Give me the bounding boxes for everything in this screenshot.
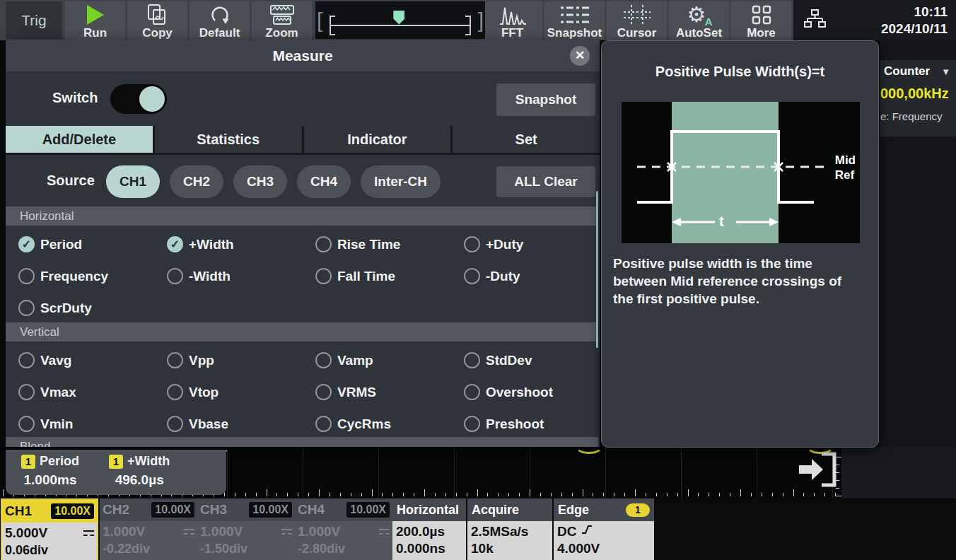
- tab-indicator[interactable]: Indicator: [304, 126, 453, 153]
- measure-switch-toggle[interactable]: [110, 84, 167, 114]
- measurement-option-duty[interactable]: -Duty: [464, 268, 585, 284]
- measurement-option-overshoot[interactable]: Overshoot: [464, 384, 585, 400]
- ruler-tick: [762, 493, 762, 496]
- measurement-option-stddev[interactable]: StdDev: [464, 352, 585, 368]
- toggle-knob: [139, 86, 165, 112]
- snapshot-button[interactable]: Snapshot: [496, 83, 595, 116]
- all-clear-button[interactable]: ALL Clear: [496, 166, 595, 197]
- toolbar-button-fft[interactable]: FFT: [482, 1, 542, 40]
- cursor-icon: [622, 3, 652, 26]
- measurement-results-panel: 1Period1.000ms1+Width496.0µs: [6, 450, 226, 495]
- measurement-grid-vertical: VavgVppVampStdDevVmaxVtopVRMSOvershootVm…: [18, 344, 585, 440]
- grid-line: [227, 447, 228, 498]
- measurement-option-scrduty[interactable]: ScrDuty: [18, 300, 167, 316]
- ruler-tick: [245, 493, 246, 496]
- counter-collapse-caret[interactable]: ▼: [941, 66, 950, 77]
- measurement-option-label: Vamp: [337, 353, 373, 368]
- ruler-tick: [340, 493, 341, 496]
- measurement-option-period[interactable]: ✓Period: [18, 236, 167, 252]
- section-header-horizontal: Horizontal: [6, 206, 598, 226]
- ruler-tick: [414, 493, 414, 496]
- trigger-position-marker[interactable]: [393, 11, 404, 25]
- channel-box-ch4[interactable]: CH410.00X1.000V-2.80div: [295, 498, 392, 560]
- ruler-tick: [688, 489, 689, 496]
- horizontal-status-box[interactable]: Horizontal 200.0µs 0.000ns: [392, 498, 466, 560]
- measurement-option-vavg[interactable]: Vavg: [18, 352, 167, 368]
- measurement-option-label: Preshoot: [486, 416, 544, 432]
- ruler-tick: [467, 493, 467, 496]
- tab-statistics[interactable]: Statistics: [155, 126, 304, 153]
- snapshot-icon: [559, 3, 590, 26]
- measurement-option-width[interactable]: ✓+Width: [167, 236, 315, 252]
- toolbar-button-zoom[interactable]: Zoom: [252, 1, 312, 40]
- switch-row: Switch Snapshot: [6, 71, 600, 127]
- ruler-tick: [287, 493, 288, 496]
- unchecked-radio-icon: [464, 384, 480, 400]
- toolbar-button-more[interactable]: More: [731, 1, 791, 40]
- toolbar-button-cursor[interactable]: Cursor: [607, 1, 667, 40]
- measurement-option-preshoot[interactable]: Preshoot: [464, 416, 585, 432]
- acquire-status-box[interactable]: Acquire 2.5MSa/s 10k: [467, 498, 552, 560]
- ruler-tick: [487, 493, 488, 496]
- channel-box-ch3[interactable]: CH310.00X1.000V-1.50div: [197, 498, 295, 560]
- measurement-option-frequency[interactable]: Frequency: [18, 268, 167, 284]
- network-icon[interactable]: [803, 8, 826, 33]
- help-title: Positive Pulse Width(s)=t: [602, 64, 878, 80]
- result-period[interactable]: 1Period1.000ms: [21, 454, 79, 495]
- timeline-right-end: [465, 16, 471, 35]
- tab-add-delete[interactable]: Add/Delete: [6, 126, 155, 153]
- ruler-tick: [551, 493, 552, 496]
- measurement-option-width[interactable]: -Width: [167, 268, 315, 284]
- right-sidebar: Counter ▼ 000,00kHz e: Frequency: [880, 40, 956, 447]
- more-icon: [751, 3, 772, 26]
- toolbar-button-default[interactable]: Default: [190, 1, 250, 40]
- measurement-option-vamp[interactable]: Vamp: [315, 352, 464, 368]
- channel-box-ch2[interactable]: CH210.00X1.000V-0.22div: [100, 498, 197, 560]
- source-pill-ch4[interactable]: CH4: [297, 165, 351, 198]
- ruler-tick: [445, 493, 446, 496]
- toolbar-button-run[interactable]: Run: [65, 1, 125, 40]
- measurement-option-rise-time[interactable]: Rise Time: [315, 236, 464, 252]
- clock-box: 10:11 2024/10/11: [793, 0, 956, 40]
- toolbar-button-snapshot[interactable]: Snapshot: [544, 1, 605, 40]
- measurement-option-vpp[interactable]: Vpp: [167, 352, 315, 368]
- unchecked-radio-icon: [464, 416, 480, 432]
- source-pill-ch3[interactable]: CH3: [233, 165, 287, 198]
- ruler-tick: [256, 493, 257, 496]
- measurement-option-fall-time[interactable]: Fall Time: [315, 268, 464, 284]
- t-label: t: [719, 214, 724, 230]
- close-icon[interactable]: ✕: [570, 46, 590, 66]
- measurement-option-vmin[interactable]: Vmin: [18, 416, 167, 432]
- unchecked-radio-icon: [464, 268, 480, 284]
- channel-scale: 1.000V: [103, 523, 145, 540]
- channel-box-ch1[interactable]: CH110.00X5.000V0.06div: [1, 498, 98, 560]
- channel-name: CH3: [200, 502, 227, 518]
- tab-set[interactable]: Set: [453, 126, 600, 153]
- ruler-tick: [361, 493, 362, 496]
- autoset-icon: ⚙A: [687, 3, 711, 26]
- source-pill-ch1[interactable]: CH1: [106, 165, 160, 198]
- measurement-option-cycrms[interactable]: CycRms: [315, 416, 464, 432]
- measurement-option-vrms[interactable]: VRMS: [315, 384, 464, 400]
- source-pill-ch2[interactable]: CH2: [170, 165, 223, 198]
- measurement-option-vbase[interactable]: Vbase: [167, 416, 315, 432]
- dialog-titlebar[interactable]: Measure ✕: [6, 40, 600, 71]
- dialog-scrollbar[interactable]: [596, 191, 598, 348]
- measurement-option-duty[interactable]: +Duty: [464, 236, 585, 252]
- unchecked-radio-icon: [18, 268, 35, 284]
- measurement-option-vtop[interactable]: Vtop: [167, 384, 315, 400]
- measurement-option-label: +Width: [189, 237, 234, 252]
- measurement-option-vmax[interactable]: Vmax: [18, 384, 167, 400]
- default-icon: [209, 3, 231, 26]
- source-pill-inter-ch[interactable]: Inter-CH: [361, 165, 441, 198]
- trigger-status-box[interactable]: Edge 1 DC 4.000V: [554, 498, 654, 560]
- channel-name: CH4: [298, 502, 325, 518]
- trig-button[interactable]: Trig: [6, 1, 62, 39]
- toolbar-button-autoset[interactable]: ⚙AAutoSet: [669, 1, 729, 40]
- toolbar-button-copy[interactable]: Copy: [127, 1, 187, 40]
- measurement-option-label: Vpp: [189, 353, 214, 368]
- zoom-icon: [269, 3, 296, 26]
- result-width[interactable]: 1+Width496.0µs: [109, 454, 170, 495]
- timebase-position-bar[interactable]: [ ]: [315, 1, 485, 39]
- toolbar-button-label: Run: [83, 26, 107, 40]
